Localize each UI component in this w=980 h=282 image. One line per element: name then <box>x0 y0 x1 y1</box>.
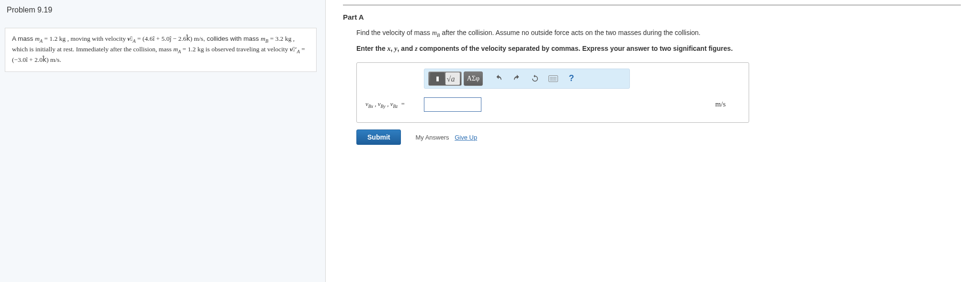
part-body: Find the velocity of mass mB after the c… <box>343 29 961 145</box>
redo-button[interactable] <box>509 71 525 86</box>
text: , collides with mass <box>203 35 261 42</box>
give-up-link[interactable]: Give Up <box>455 134 477 141</box>
keyboard-button[interactable] <box>545 71 561 86</box>
problem-title: Problem 9.19 <box>5 6 317 14</box>
problem-statement: A mass mA = 1.2 kg , moving with velocit… <box>5 28 317 72</box>
answer-links: My Answers Give Up <box>415 133 477 141</box>
answer-box: ▮ √a ΑΣφ ? <box>356 62 749 123</box>
submit-button[interactable]: Submit <box>356 129 401 145</box>
keyboard-icon <box>548 75 558 82</box>
sym-vA: v⃗A <box>127 35 136 42</box>
part-title: Part A <box>343 13 961 21</box>
sym-mB: mB <box>261 35 268 42</box>
sym-mA: mA <box>35 35 43 42</box>
text: = 1.2 kg , moving with velocity <box>43 35 127 42</box>
text: . <box>59 56 61 63</box>
sym-mA2: mA <box>173 46 181 53</box>
answer-unit: m/s <box>715 100 726 108</box>
answer-row: vBx , vBy , vBz = m/s <box>357 94 749 114</box>
sym-mB: mB <box>432 29 440 36</box>
answer-input[interactable] <box>424 97 481 112</box>
instruction-format: Enter the x, y, and z components of the … <box>356 45 961 53</box>
answer-label: vBx , vBy , vBz = <box>365 100 424 109</box>
help-button[interactable]: ? <box>563 71 580 86</box>
equation-toolbar: ▮ √a ΑΣφ ? <box>424 69 630 89</box>
text: = 1.2 kg is observed traveling at veloci… <box>181 46 290 53</box>
problem-panel: Problem 9.19 A mass mA = 1.2 kg , moving… <box>0 0 326 282</box>
templates-button[interactable]: ▮ √a <box>428 71 462 86</box>
sym-vAprime: v⃗′A <box>290 46 300 53</box>
reset-button[interactable] <box>527 71 543 86</box>
divider <box>343 5 961 5</box>
instruction-find: Find the velocity of mass mB after the c… <box>356 29 961 38</box>
text: A mass <box>12 35 35 42</box>
answer-panel: Part A Find the velocity of mass mB afte… <box>326 0 980 282</box>
radical-icon: √a <box>445 72 460 85</box>
greek-button[interactable]: ΑΣφ <box>464 71 483 86</box>
svg-text:√a: √a <box>447 75 455 83</box>
my-answers-label: My Answers <box>415 134 449 141</box>
button-row: Submit My Answers Give Up <box>356 129 961 145</box>
eq-vA: = (4.6î + 5.0ĵ − 2.6k̂) m/s <box>136 35 203 42</box>
undo-button[interactable] <box>490 71 507 86</box>
template-icon: ▮ <box>430 72 444 85</box>
